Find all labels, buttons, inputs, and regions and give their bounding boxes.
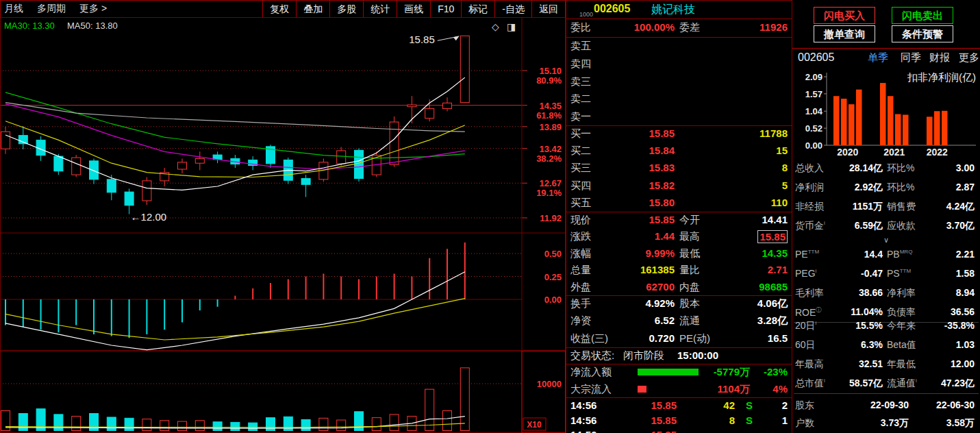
trade-ticks: 14:5615.8542S214:5615.858S114:5615.85 bbox=[566, 397, 792, 433]
info-value: 11.04% bbox=[851, 306, 883, 317]
button-条件预警[interactable]: 条件预警 bbox=[892, 25, 953, 42]
info-label: 净利润 bbox=[795, 182, 824, 194]
info-label: 环比% bbox=[887, 182, 914, 194]
sell-level-label: 卖一 bbox=[570, 110, 591, 123]
svg-text:2.09: 2.09 bbox=[805, 72, 822, 82]
svg-text:←12.00: ←12.00 bbox=[131, 211, 167, 223]
toolbar-button-叠加[interactable]: 叠加 bbox=[296, 0, 329, 18]
svg-text:80.9%: 80.9% bbox=[536, 75, 562, 86]
info-label: 总收入 bbox=[795, 162, 824, 175]
info-label: 净利率 bbox=[887, 287, 916, 299]
stat-label: 换手 bbox=[570, 297, 591, 310]
buy-level-qty: 8 bbox=[782, 162, 788, 173]
period-menu-item[interactable]: 月线 bbox=[4, 3, 23, 15]
info-value: 28.14亿 bbox=[849, 162, 883, 175]
stat-label: 外盘 bbox=[570, 281, 591, 294]
tab-同季[interactable]: 同季 bbox=[901, 51, 921, 64]
toolbar-button-返回[interactable]: 返回 bbox=[531, 0, 566, 18]
svg-text:11.92: 11.92 bbox=[540, 213, 562, 223]
quote-stats: 现价15.85今开14.41涨跌1.44最高15.85涨幅9.99%最低14.3… bbox=[566, 212, 792, 296]
weibi-value: 100.00% bbox=[634, 21, 675, 33]
info-value: 58.57亿 bbox=[849, 378, 883, 390]
info-label: 非经损 bbox=[795, 201, 824, 213]
chevron-down-icon[interactable]: ∨ bbox=[792, 236, 980, 244]
info-label: PETTM bbox=[795, 249, 819, 260]
status-phase: 闭市阶段 bbox=[623, 349, 664, 362]
trade-time: 14:56 bbox=[570, 415, 596, 426]
info-value: 1.58 bbox=[956, 268, 975, 279]
svg-text:1.57: 1.57 bbox=[805, 89, 822, 99]
svg-text:X10: X10 bbox=[527, 420, 542, 430]
info-value: 2.21 bbox=[956, 249, 975, 260]
weicha-value: 11926 bbox=[759, 21, 788, 33]
toolbar-button-统计[interactable]: 统计 bbox=[363, 0, 397, 18]
money-flow: 净流入额-5779万-23%大宗流入1104万4% bbox=[566, 364, 792, 398]
tab-更多..[interactable]: 更多.. bbox=[959, 51, 980, 64]
stat-label: 流通 bbox=[679, 314, 700, 327]
info-panel: 闪电买入闪电卖出撤单查询条件预警 002605 单季同季财报更多.. 2.091… bbox=[792, 0, 980, 433]
info-value: 22-06-30 bbox=[936, 399, 975, 410]
info-row: 毛利率38.66净利率8.94 bbox=[792, 284, 980, 303]
button-闪电买入[interactable]: 闪电买入 bbox=[814, 7, 875, 24]
diamond-icon[interactable]: ◇ bbox=[492, 21, 499, 32]
flow-bar bbox=[638, 386, 646, 393]
buy-level-label: 买三 bbox=[570, 162, 591, 175]
period-menu-item[interactable]: 多周期 bbox=[37, 3, 66, 15]
trading-terminal: 月线多周期更多 > 复权叠加多股统计画线F10标记-自选返回 15.1080.9… bbox=[0, 0, 980, 433]
kline-chart[interactable]: 15.1080.9%14.3561.8%13.8913.4238.2%12.67… bbox=[0, 17, 566, 433]
ma-legend: MA50: 13.80 bbox=[67, 21, 118, 31]
tab-单季[interactable]: 单季 bbox=[868, 51, 888, 64]
info-label: 年最高 bbox=[795, 358, 824, 371]
svg-text:1.04: 1.04 bbox=[805, 106, 823, 116]
buy-level-qty: 5 bbox=[782, 180, 788, 191]
toolbar-button-标记[interactable]: 标记 bbox=[461, 0, 494, 18]
trade-price: 15.85 bbox=[651, 429, 677, 433]
buy-level-price: 15.82 bbox=[649, 180, 675, 191]
period-menu-item[interactable]: 更多 > bbox=[79, 3, 107, 15]
info-label: PEGi bbox=[795, 268, 816, 279]
toolbar-button-F10[interactable]: F10 bbox=[430, 0, 461, 18]
status-label: 交易状态: bbox=[570, 349, 614, 362]
toolbar-button--自选[interactable]: -自选 bbox=[494, 0, 531, 18]
flow-pct: 4% bbox=[772, 383, 788, 395]
info-value: 32.51 bbox=[859, 358, 883, 369]
toolbar-button-多股[interactable]: 多股 bbox=[329, 0, 363, 18]
info-value: 12.00 bbox=[951, 358, 975, 369]
stat-value: 0.720 bbox=[649, 332, 675, 344]
ma-legend: MA30: 13.30 bbox=[4, 21, 55, 31]
order-book-panel: 1000 002605 姚记科技 委比 100.00% 委差 11926 卖五卖… bbox=[566, 0, 792, 433]
info-label: 股东 bbox=[795, 399, 814, 412]
info-row: 60日6.3%Beta值1.03 bbox=[792, 336, 980, 355]
toolbar-button-复权[interactable]: 复权 bbox=[262, 0, 296, 18]
stat-label: 现价 bbox=[570, 214, 591, 227]
flow-pct: -23% bbox=[764, 366, 788, 378]
tab-财报[interactable]: 财报 bbox=[929, 51, 950, 64]
trade-time: 14:56 bbox=[570, 429, 596, 433]
stock-code: 002605 bbox=[594, 3, 630, 15]
stat-label: 收益(三) bbox=[570, 332, 608, 345]
svg-text:0.00: 0.00 bbox=[544, 295, 562, 305]
stat-value: 2.71 bbox=[768, 264, 788, 275]
stat-label: 今开 bbox=[679, 214, 700, 227]
button-闪电卖出[interactable]: 闪电卖出 bbox=[892, 7, 953, 24]
stat-value: 15.85 bbox=[757, 230, 788, 243]
info-value: 1151万 bbox=[853, 201, 883, 213]
status-time: 15:00:00 bbox=[677, 349, 718, 361]
info-row: 总收入28.14亿环比%3.00 bbox=[792, 159, 980, 178]
sell-levels: 卖五卖四卖三卖二卖一 bbox=[566, 37, 792, 126]
stat-label: 量比 bbox=[679, 264, 700, 277]
buy-level-price: 15.85 bbox=[649, 127, 675, 139]
info-label: 20日i bbox=[795, 320, 816, 332]
toolbar-button-画线[interactable]: 画线 bbox=[397, 0, 430, 18]
stat-label: 总量 bbox=[570, 264, 591, 277]
info-label: 年最低 bbox=[887, 358, 916, 371]
weibi-label: 委比 bbox=[570, 21, 591, 34]
button-撤单查询[interactable]: 撤单查询 bbox=[814, 25, 875, 42]
divider bbox=[794, 393, 979, 394]
trade-count: 1 bbox=[782, 415, 788, 426]
stat-label: 内盘 bbox=[679, 281, 700, 294]
info-label: 环比% bbox=[887, 162, 914, 175]
flow-value: -5779万 bbox=[714, 366, 750, 379]
panel-toggle-icon[interactable]: ◨ bbox=[507, 21, 516, 32]
buy-level-label: 买一 bbox=[570, 127, 591, 140]
